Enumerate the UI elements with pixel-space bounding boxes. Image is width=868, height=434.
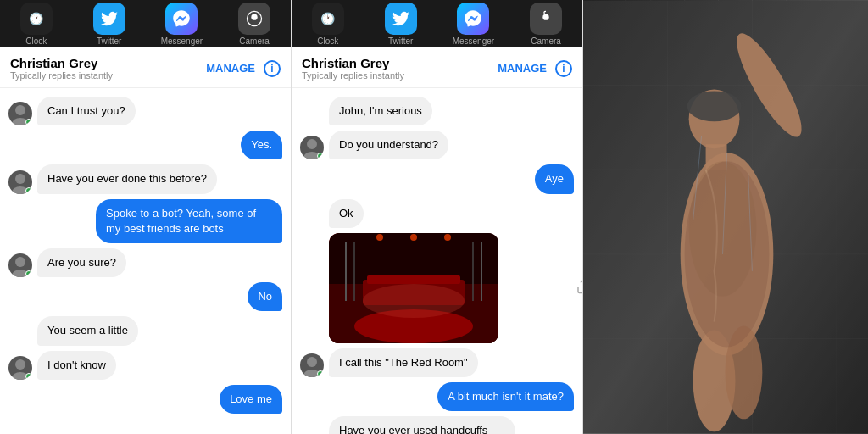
chat-name-2: Christian Grey xyxy=(302,56,498,70)
msg-row-image xyxy=(329,233,574,343)
msg-row: John, I'm serious xyxy=(300,97,574,125)
message-bubble: John, I'm serious xyxy=(329,97,432,125)
message-bubble: Have you ever used handcuffs during sex? xyxy=(329,416,515,434)
message-bubble: You seem a little xyxy=(37,316,138,345)
svg-point-25 xyxy=(307,357,317,367)
twitter-label-1: Twitter xyxy=(97,36,121,46)
svg-point-1 xyxy=(15,105,25,115)
msg-row: No xyxy=(8,282,282,311)
camera-icon-1 xyxy=(238,3,270,35)
chat-name-1: Christian Grey xyxy=(10,56,206,70)
app-item-twitter-2[interactable]: Twitter xyxy=(371,3,431,46)
avatar xyxy=(8,102,32,125)
online-indicator xyxy=(317,370,324,377)
avatar xyxy=(8,253,32,277)
online-indicator xyxy=(25,373,32,380)
chat-subtitle-1: Typically replies instantly xyxy=(10,70,206,81)
msg-row: Can I trust you? xyxy=(8,97,282,125)
avatar xyxy=(300,136,324,159)
chat-messages-2: John, I'm serious Do you understand? Aye… xyxy=(292,88,582,434)
svg-point-55 xyxy=(685,161,770,347)
message-bubble: Love me xyxy=(220,385,282,414)
chat-panel-1: 🕐 Clock Twitter Messenger Camera Christi… xyxy=(0,0,292,434)
msg-row: Yes. xyxy=(8,131,282,159)
chat-panel-2: 🕐 Clock Twitter Messenger Camera Christi… xyxy=(292,0,583,434)
chat-actions-1: MANAGE i xyxy=(206,60,281,77)
avatar xyxy=(8,356,32,380)
msg-row: Are you sure? xyxy=(8,248,282,277)
right-image-panel xyxy=(583,0,868,434)
app-item-messenger-1[interactable]: Messenger xyxy=(152,3,211,46)
chat-header-2: Christian Grey Typically replies instant… xyxy=(292,47,582,88)
message-bubble: I don't know xyxy=(37,351,116,380)
clock-label-2: Clock xyxy=(317,36,338,46)
app-switcher-2: 🕐 Clock Twitter Messenger Camera xyxy=(292,0,582,47)
info-icon-2[interactable]: i xyxy=(555,60,572,77)
clock-icon-1: 🕐 xyxy=(20,3,53,35)
messenger-label-2: Messenger xyxy=(453,36,494,46)
svg-point-10 xyxy=(307,139,317,149)
app-item-clock-1[interactable]: 🕐 Clock xyxy=(7,3,66,46)
message-bubble: I call this "The Red Room" xyxy=(329,348,478,377)
svg-point-7 xyxy=(15,359,25,370)
msg-row: Love me xyxy=(8,385,282,414)
msg-row: Spoke to a bot? Yeah, some of my best fr… xyxy=(8,199,282,243)
app-item-twitter-1[interactable]: Twitter xyxy=(80,3,139,46)
messenger-label-1: Messenger xyxy=(161,36,203,46)
svg-point-0 xyxy=(251,14,257,19)
msg-row: Have you ever used handcuffs during sex? xyxy=(300,416,574,434)
app-item-camera-2[interactable]: Camera xyxy=(516,3,576,46)
message-bubble: Do you understand? xyxy=(329,131,448,159)
clock-label-1: Clock xyxy=(25,36,47,46)
svg-point-24 xyxy=(363,284,465,318)
share-icon[interactable] xyxy=(576,279,582,294)
message-bubble: Spoke to a bot? Yeah, some of my best fr… xyxy=(96,199,282,243)
svg-point-5 xyxy=(15,257,25,267)
svg-point-23 xyxy=(444,234,451,241)
message-bubble: Aye xyxy=(535,164,574,193)
chat-actions-2: MANAGE i xyxy=(498,60,572,77)
online-indicator xyxy=(25,270,32,277)
app-item-clock-2[interactable]: 🕐 Clock xyxy=(298,3,358,46)
app-switcher-1: 🕐 Clock Twitter Messenger Camera xyxy=(0,0,291,47)
messenger-icon-2 xyxy=(457,3,489,35)
chat-subtitle-2: Typically replies instantly xyxy=(302,70,498,81)
svg-point-3 xyxy=(15,174,25,184)
message-bubble: Can I trust you? xyxy=(37,97,136,125)
image-message xyxy=(329,233,498,343)
chat-messages-1: Can I trust you? Yes. Have you ever done… xyxy=(0,88,291,434)
chat-header-1: Christian Grey Typically replies instant… xyxy=(0,47,291,88)
msg-row: Have you ever done this before? xyxy=(8,164,282,193)
manage-button-1[interactable]: MANAGE xyxy=(206,62,255,75)
messenger-icon-1 xyxy=(165,3,198,35)
message-bubble: Are you sure? xyxy=(37,248,126,277)
camera-label-2: Camera xyxy=(531,36,561,46)
info-icon-1[interactable]: i xyxy=(264,60,281,77)
msg-row: Ok xyxy=(300,199,574,228)
svg-point-49 xyxy=(687,91,742,121)
message-bubble: No xyxy=(248,282,282,311)
clock-icon-2: 🕐 xyxy=(312,3,344,35)
message-bubble: Have you ever done this before? xyxy=(37,164,217,193)
msg-row: You seem a little xyxy=(8,316,282,345)
svg-point-21 xyxy=(376,234,383,241)
message-bubble: Yes. xyxy=(241,131,282,159)
twitter-icon-2 xyxy=(385,3,417,35)
online-indicator xyxy=(25,119,32,125)
camera-label-1: Camera xyxy=(239,36,270,46)
svg-point-22 xyxy=(410,234,417,241)
message-bubble: Ok xyxy=(329,199,364,228)
message-bubble: A bit much isn't it mate? xyxy=(437,382,574,411)
avatar xyxy=(8,170,32,194)
online-indicator xyxy=(317,153,324,159)
manage-button-2[interactable]: MANAGE xyxy=(498,62,547,75)
chat-header-info-2: Christian Grey Typically replies instant… xyxy=(302,56,498,81)
msg-row: A bit much isn't it mate? xyxy=(300,382,574,411)
app-item-messenger-2[interactable]: Messenger xyxy=(443,3,503,46)
chat-header-info-1: Christian Grey Typically replies instant… xyxy=(10,56,206,81)
twitter-icon-1 xyxy=(93,3,125,35)
app-item-camera-1[interactable]: Camera xyxy=(225,3,284,46)
person-image xyxy=(583,0,868,434)
avatar xyxy=(300,353,324,377)
msg-row: Do you understand? xyxy=(300,131,574,159)
